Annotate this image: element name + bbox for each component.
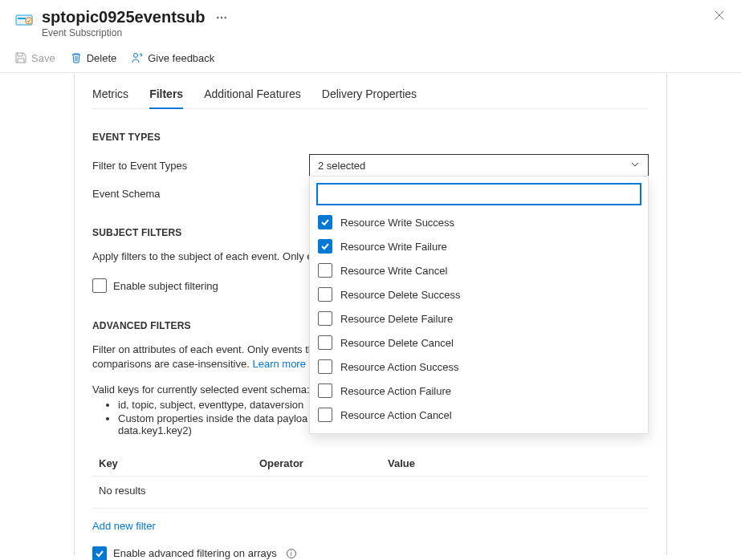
dropdown-value: 2 selected <box>318 160 365 172</box>
dropdown-option-label: Resource Action Failure <box>340 385 451 397</box>
close-icon[interactable] <box>712 8 727 26</box>
resource-icon <box>14 10 34 29</box>
page-subtitle: Event Subscription <box>42 27 712 39</box>
page-title-text: sptopic0925eventsub <box>42 8 205 26</box>
checkbox-checked[interactable] <box>92 546 107 560</box>
save-button: Save <box>14 51 55 64</box>
checkbox-unchecked[interactable] <box>318 383 332 398</box>
checkbox-unchecked[interactable] <box>318 287 332 302</box>
tab-delivery[interactable]: Delivery Properties <box>322 87 417 108</box>
dropdown-option[interactable]: Resource Write Cancel <box>316 258 641 282</box>
dropdown-option[interactable]: Resource Delete Cancel <box>316 331 641 355</box>
filters-table-head: Key Operator Value <box>92 451 649 477</box>
dropdown-option[interactable]: Resource Delete Failure <box>316 306 641 331</box>
dropdown-option-label: Resource Delete Cancel <box>340 337 454 349</box>
delete-icon <box>70 51 83 64</box>
dropdown-option-label: Resource Action Cancel <box>340 409 452 421</box>
event-schema-label: Event Schema <box>92 188 309 200</box>
dropdown-search-input[interactable] <box>316 183 641 205</box>
tab-metrics[interactable]: Metrics <box>92 87 128 108</box>
dropdown-option[interactable]: Resource Action Success <box>316 355 641 379</box>
dropdown-option-label: Resource Delete Failure <box>340 313 453 325</box>
enable-arrays-row[interactable]: Enable advanced filtering on arrays i <box>92 546 649 560</box>
save-label: Save <box>31 52 55 64</box>
dropdown-option[interactable]: Resource Action Cancel <box>316 403 641 427</box>
dropdown-option-label: Resource Write Cancel <box>340 265 447 277</box>
dropdown-option-label: Resource Write Success <box>340 217 454 229</box>
save-icon <box>14 51 27 64</box>
main-panel: Metrics Filters Additional Features Deli… <box>74 73 667 555</box>
tab-additional[interactable]: Additional Features <box>204 87 301 108</box>
filter-event-types-label: Filter to Event Types <box>92 160 309 172</box>
tabs: Metrics Filters Additional Features Deli… <box>92 73 649 109</box>
dropdown-option-label: Resource Action Success <box>340 361 458 373</box>
add-new-filter-link[interactable]: Add new filter <box>92 520 156 532</box>
feedback-button[interactable]: Give feedback <box>131 51 214 64</box>
dropdown-option-label: Resource Write Failure <box>340 241 447 253</box>
checkbox-unchecked[interactable] <box>318 408 332 422</box>
chevron-down-icon <box>630 160 640 172</box>
feedback-icon <box>131 51 144 64</box>
dropdown-option[interactable]: Resource Delete Success <box>316 282 641 306</box>
checkbox-unchecked[interactable] <box>92 278 107 293</box>
section-event-types: EVENT TYPES Filter to Event Types 2 sele… <box>92 132 649 200</box>
info-icon[interactable]: i <box>287 549 296 558</box>
page-title: sptopic0925eventsub ⋯ <box>42 8 712 26</box>
dropdown-panel: Resource Write SuccessResource Write Fai… <box>309 176 649 434</box>
delete-label: Delete <box>87 52 117 64</box>
checkbox-checked[interactable] <box>318 215 332 229</box>
no-results: No results <box>92 477 649 509</box>
col-operator: Operator <box>259 457 388 469</box>
section-label-event-types: EVENT TYPES <box>92 132 649 143</box>
svg-rect-1 <box>18 18 26 19</box>
dropdown-option[interactable]: Resource Write Failure <box>316 234 641 258</box>
toolbar: Save Delete Give feedback <box>0 47 741 73</box>
checkbox-unchecked[interactable] <box>318 335 332 350</box>
enable-subject-label: Enable subject filtering <box>113 280 218 292</box>
enable-arrays-label: Enable advanced filtering on arrays <box>113 547 277 559</box>
tab-filters[interactable]: Filters <box>149 87 183 108</box>
col-key: Key <box>99 457 259 469</box>
col-value: Value <box>388 457 642 469</box>
dropdown-option[interactable]: Resource Write Success <box>316 210 641 234</box>
feedback-label: Give feedback <box>148 52 214 64</box>
more-icon[interactable]: ⋯ <box>216 11 227 24</box>
dropdown-option-label: Resource Delete Success <box>340 289 461 301</box>
learn-more-link[interactable]: Learn more <box>252 358 305 370</box>
delete-button[interactable]: Delete <box>70 51 117 64</box>
checkbox-unchecked[interactable] <box>318 359 332 374</box>
header: sptopic0925eventsub ⋯ Event Subscription <box>0 0 741 47</box>
dropdown-option[interactable]: Resource Action Failure <box>316 379 641 403</box>
checkbox-checked[interactable] <box>318 239 332 254</box>
svg-point-3 <box>134 54 138 58</box>
checkbox-unchecked[interactable] <box>318 311 332 326</box>
checkbox-unchecked[interactable] <box>318 263 332 278</box>
event-types-dropdown[interactable]: 2 selected Resource Write SuccessResourc… <box>309 154 649 177</box>
